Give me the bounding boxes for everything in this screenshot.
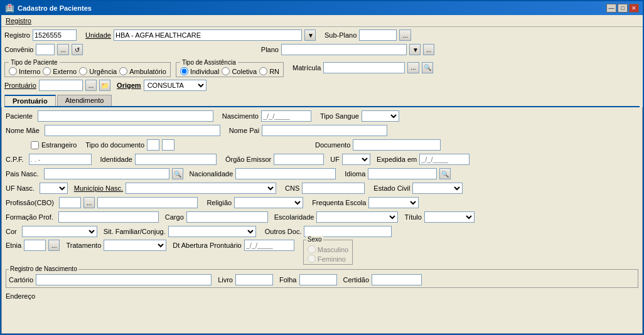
unidade-dropdown[interactable]: ▼ — [304, 29, 316, 41]
tipo-assistencia-legend: Tipo de Assistência — [180, 59, 238, 66]
prontuario-ellipsis[interactable]: ... — [85, 80, 97, 91]
etnia-group: Etnia ... — [6, 240, 60, 251]
input-dt-abertura[interactable] — [244, 240, 294, 251]
label-cpf: C.P.F. — [6, 156, 24, 163]
input-paciente[interactable] — [38, 110, 213, 122]
input-pais-nasc[interactable] — [44, 168, 169, 179]
input-certidao[interactable] — [372, 274, 422, 285]
menu-registro[interactable]: Registro — [4, 16, 33, 25]
convenio-ellipsis[interactable]: ... — [57, 44, 68, 55]
label-prontuario: Prontuário — [4, 82, 36, 89]
input-nome-pai[interactable] — [262, 125, 387, 136]
radio-externo-input[interactable] — [43, 67, 51, 75]
pais-nasc-search[interactable]: 🔍 — [172, 168, 183, 179]
label-etnia: Etnia — [6, 242, 21, 249]
input-unidade[interactable] — [114, 29, 302, 41]
input-folha[interactable] — [299, 274, 337, 285]
convenio-reset[interactable]: ↺ — [72, 44, 83, 55]
radio-externo: Externo — [43, 67, 77, 75]
select-tratamento[interactable] — [104, 240, 166, 251]
input-convenio[interactable] — [36, 44, 55, 55]
label-formacao: Formação Prof. — [6, 213, 53, 221]
select-estado-civil[interactable] — [412, 183, 463, 194]
input-cartorio[interactable] — [36, 274, 212, 285]
plano-dropdown[interactable]: ▼ — [409, 44, 421, 55]
select-municipio-nasc[interactable] — [126, 183, 276, 194]
select-sit-familiar[interactable] — [168, 226, 256, 237]
input-registro[interactable] — [33, 29, 77, 41]
check-estrangeiro[interactable] — [31, 141, 39, 149]
idioma-search[interactable]: 🔍 — [439, 168, 451, 179]
input-documento[interactable] — [353, 139, 441, 151]
label-certidao: Certidão — [343, 276, 370, 284]
input-orgao-emissor[interactable] — [274, 154, 324, 165]
tratamento-group: Tratamento — [66, 240, 166, 251]
row-formacao: Formação Prof. Cargo Escolaridade Título — [6, 211, 638, 223]
plano-ellipsis[interactable]: ... — [423, 44, 434, 55]
row-estrangeiro: Estrangeiro Tipo do documento Documento — [6, 139, 638, 151]
select-escolaridade[interactable] — [316, 211, 398, 223]
row-uf-nasc: UF Nasc. Município Nasc. CNS Estado Civi… — [6, 182, 638, 194]
radio-coletiva-input[interactable] — [222, 67, 230, 75]
tab-prontuario[interactable]: Prontuário — [4, 95, 56, 106]
select-titulo[interactable] — [424, 211, 475, 223]
input-profissao[interactable] — [97, 197, 198, 208]
radio-ambulatorio-input[interactable] — [119, 67, 127, 75]
subplano-ellipsis[interactable]: ... — [399, 29, 411, 41]
input-tipo-doc2[interactable] — [162, 139, 174, 151]
input-prontuario[interactable] — [39, 80, 83, 91]
matricula-ellipsis[interactable]: ... — [407, 62, 419, 73]
input-identidade[interactable] — [135, 154, 217, 165]
input-etnia-cod[interactable] — [24, 240, 46, 251]
input-cns[interactable] — [302, 183, 365, 194]
input-nome-mae[interactable] — [45, 125, 220, 136]
row-registro-nascimento: Registro de Nascimento Cartório Livro Fo… — [6, 268, 638, 288]
radio-interno-input[interactable] — [9, 67, 17, 75]
prontuario-folder[interactable]: 📁 — [99, 80, 110, 91]
title-bar: 🏥 Cadastro de Pacientes — □ ✕ — [1, 1, 643, 15]
label-uf: UF — [330, 156, 340, 163]
label-unidade: Unidade — [85, 31, 111, 39]
input-matricula[interactable] — [323, 62, 405, 73]
profissao-ellipsis[interactable]: ... — [83, 197, 95, 208]
select-uf-nasc[interactable] — [40, 183, 68, 194]
input-nascimento[interactable] — [261, 110, 311, 122]
input-profissao-cod[interactable] — [59, 197, 81, 208]
select-frequenta-escola[interactable] — [368, 197, 419, 208]
input-livro[interactable] — [235, 274, 273, 285]
row-tipo: Tipo de Paciente Interno Externo Urgênci… — [4, 58, 640, 77]
radio-urgencia-input[interactable] — [79, 67, 87, 75]
radio-urgencia-label: Urgência — [89, 68, 117, 75]
tab-atendimento[interactable]: Atendimento — [57, 95, 112, 106]
label-origem: Origem — [117, 82, 141, 89]
matricula-search[interactable]: 🔍 — [422, 62, 433, 73]
select-religiao[interactable] — [234, 197, 303, 208]
input-nacionalidade[interactable] — [235, 168, 336, 179]
radio-individual-input[interactable] — [180, 67, 188, 75]
input-expedida-em[interactable] — [419, 154, 470, 165]
input-plano[interactable] — [281, 44, 407, 55]
input-subplano[interactable] — [359, 29, 397, 41]
radio-rn-input[interactable] — [259, 67, 267, 75]
label-expedida-em: Expedida em — [377, 156, 417, 163]
input-cargo[interactable] — [186, 211, 268, 223]
radio-urgencia: Urgência — [79, 67, 117, 75]
sexo-legend: Sexo — [306, 236, 323, 243]
minimize-button[interactable]: — — [606, 4, 616, 13]
input-formacao[interactable] — [58, 211, 159, 223]
input-cpf[interactable] — [29, 154, 92, 165]
radio-rn: RN — [259, 67, 279, 75]
select-tipo-sangue[interactable] — [362, 110, 399, 122]
select-origem[interactable]: CONSULTA — [144, 80, 207, 91]
row-endereco: Endereço — [6, 290, 638, 302]
input-tipo-doc1[interactable] — [147, 139, 159, 151]
input-idioma[interactable] — [368, 168, 437, 179]
maximize-button[interactable]: □ — [618, 4, 628, 13]
close-button[interactable]: ✕ — [629, 4, 639, 13]
select-cor[interactable] — [22, 226, 97, 237]
etnia-ellipsis[interactable]: ... — [48, 240, 60, 251]
select-uf[interactable] — [342, 154, 370, 165]
label-endereco: Endereço — [6, 292, 35, 300]
tabs-container: Prontuário Atendimento — [1, 93, 643, 107]
label-municipio-nasc: Município Nasc. — [74, 184, 123, 192]
